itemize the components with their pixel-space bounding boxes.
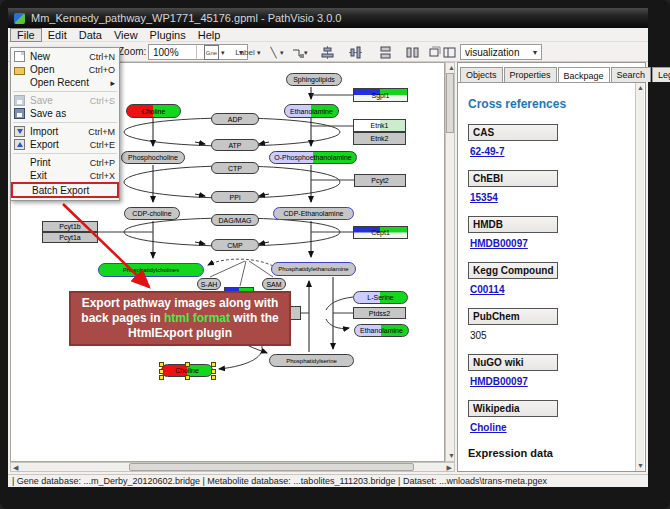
node-cdp-ethanolamine[interactable]: CDP-Ethanolamine [273,207,354,220]
tab-legend[interactable]: Legend [652,67,670,82]
xref-link[interactable]: Choline [470,422,507,433]
label-tool-icon[interactable]: Label [232,45,258,60]
file-menu-item-import[interactable]: ImportCtrl+M [11,125,119,138]
node-ppi[interactable]: PPi [211,191,259,203]
node-pcyt1a[interactable]: Pcyt1a [42,232,98,243]
xref-header: HMDB [468,216,558,233]
selection-handle[interactable] [211,375,216,380]
selection-handle[interactable] [159,375,164,380]
node-sah[interactable]: S-AH [197,278,221,290]
node-cept1[interactable]: Cept1 [353,226,408,239]
gene-tool-caret-icon[interactable]: ▾ [221,49,225,57]
menubar-item-edit[interactable]: Edit [42,28,73,42]
xref-link[interactable]: 62-49-7 [470,146,504,157]
menubar-item-data[interactable]: Data [73,28,108,42]
sidebar-scroll-up-icon[interactable]: ▲ [637,84,644,92]
selection-handle[interactable] [159,362,164,367]
node-label: Cept1 [371,229,390,236]
node-sam[interactable]: SAM [262,278,286,290]
new-icon [14,51,25,62]
xref-link[interactable]: C00114 [470,284,504,295]
node-choline-top[interactable]: Choline [126,104,181,118]
tab-properties[interactable]: Properties [504,67,557,82]
file-menu-item-open[interactable]: OpenCtrl+O [11,63,119,76]
selection-handle[interactable] [185,362,190,367]
node-sphingolipids[interactable]: Sphingolipids [286,73,342,86]
node-ptdss2[interactable]: Ptdss2 [353,307,406,319]
tab-objects[interactable]: Objects [460,67,503,82]
node-phosphatidylcholines[interactable]: Phosphatidylcholines [98,263,204,277]
label-tool-caret-icon[interactable]: ▾ [257,49,261,57]
gene-datanode-tool-icon[interactable]: Gne [204,45,219,60]
scroll-right-icon[interactable]: ▶ [447,464,452,472]
node-label: CMP [227,242,243,249]
node-phosphatidylethanolamine[interactable]: Phosphatidylethanolamine [271,262,356,276]
node-phosphatidylserine[interactable]: Phosphatidylserine [269,354,354,367]
scroll-up-icon[interactable]: ▲ [448,64,455,72]
node-atp[interactable]: ATP [211,139,259,151]
horizontal-scroll-thumb[interactable] [129,463,414,471]
menubar-item-view[interactable]: View [108,28,144,42]
file-menu-item-print[interactable]: PrintCtrl+P [11,156,119,169]
tab-backpage[interactable]: Backpage [558,67,610,83]
app-icon [14,13,25,24]
node-label: Pcyt2 [371,177,389,184]
file-menu-item-export[interactable]: ExportCtrl+E [11,138,119,151]
selection-handle[interactable] [211,369,216,374]
connector-tool-caret-icon[interactable]: ▾ [304,49,308,57]
file-menu-item-new[interactable]: NewCtrl+N [11,50,119,63]
menubar-item-file[interactable]: File [10,28,42,42]
canvas-vertical-scrollbar[interactable]: ▲ ▼ [445,62,455,462]
node-pcyt2[interactable]: Pcyt2 [354,174,406,187]
selection-handle[interactable] [159,369,164,374]
xref-link[interactable]: 15354 [470,192,498,203]
connector-tool-icon[interactable] [290,45,305,60]
node-adp[interactable]: ADP [211,113,259,125]
node-etnk1[interactable]: Etnk1 [353,119,406,132]
node-pcyt1b[interactable]: Pcyt1b [42,221,98,232]
node-choline-selected[interactable]: Choline [161,364,213,377]
visualization-caret-icon: ▾ [533,48,537,57]
file-menu-item-save-as[interactable]: Save as [11,107,119,120]
title-bar[interactable]: Mm_Kennedy_pathway_WP1771_45176.gpml - P… [8,8,648,28]
scroll-left-icon[interactable]: ◀ [13,464,18,472]
selection-handle[interactable] [211,362,216,367]
canvas-horizontal-scrollbar[interactable]: ◀ ▶ [10,462,455,472]
node-ethanolamine-top[interactable]: Ethanolamine [284,104,339,118]
xref-value: 305 [470,330,636,341]
node-etnk2[interactable]: Etnk2 [353,132,406,145]
node-ctp[interactable]: CTP [211,162,259,174]
stack-rows-icon[interactable] [378,45,393,60]
visualization-combobox[interactable]: visualization ▾ [460,44,542,60]
xref-link[interactable]: HMDB00097 [470,376,528,387]
node-sgpl1[interactable]: Sgpl1 [353,88,408,102]
common-size-icon[interactable] [427,45,442,60]
sidebar-scrollbar[interactable]: ▲ ▼ [635,83,644,471]
node-ethanolamine-bottom[interactable]: Ethanolamine [354,324,409,337]
node-label: Pcyt1b [59,223,80,230]
node-phosphocholine[interactable]: Phosphocholine [121,151,185,164]
scroll-down-icon[interactable]: ▼ [448,452,455,460]
tab-search[interactable]: Search [611,67,652,82]
line-tool-caret-icon[interactable]: ▾ [280,49,284,57]
line-tool-icon[interactable]: ╲ [266,45,281,60]
file-menu-item-save[interactable]: SaveCtrl+S [11,94,119,107]
vertical-scroll-thumb[interactable] [446,73,454,133]
menubar-item-plugins[interactable]: Plugins [144,28,192,42]
selection-handle[interactable] [185,375,190,380]
file-menu-item-exit[interactable]: ExitCtrl+X [11,169,119,182]
stack-columns-icon[interactable] [405,45,420,60]
node-l-serine[interactable]: L-Serine [353,291,408,304]
node-cmp[interactable]: CMP [211,239,259,251]
sidebar-scroll-down-icon[interactable]: ▼ [637,462,644,470]
node-dag-mag[interactable]: DAG/MAG [211,214,259,226]
align-middle-icon[interactable] [348,45,363,60]
node-o-phosphoethanolamine[interactable]: O-Phosphoethanolamine [269,151,357,164]
xref-link[interactable]: HMDB00097 [470,238,528,249]
node-cdp-choline[interactable]: CDP-choline [124,207,180,220]
menubar-item-help[interactable]: Help [192,28,227,42]
sidebar-toggle-icon[interactable] [442,45,457,60]
file-menu-item-open-recent[interactable]: Open Recent▸ [11,76,119,89]
align-center-icon[interactable] [320,45,335,60]
file-menu-item-batch-export[interactable]: Batch Export [11,182,119,198]
